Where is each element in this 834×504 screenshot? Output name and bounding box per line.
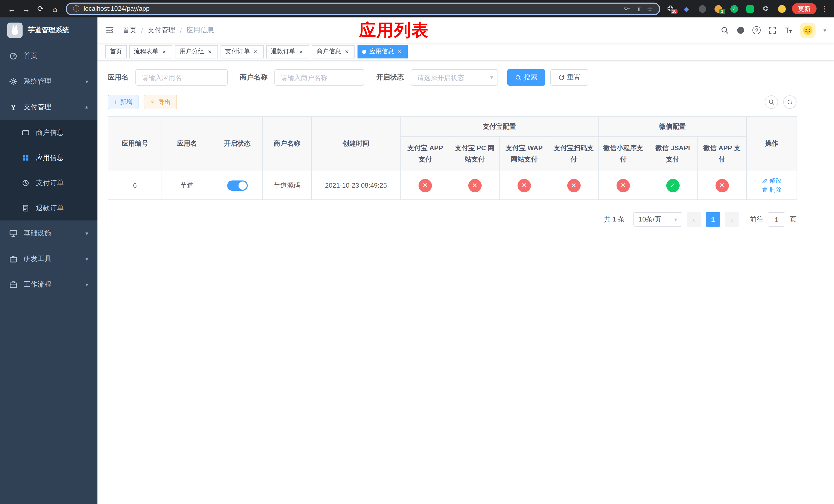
address-bar[interactable]: ⓘ localhost:1024/pay/app ⇧ ☆ (66, 2, 660, 15)
chevron-down-icon: ▾ (85, 256, 88, 262)
sidebar-item-payment[interactable]: ¥ 支付管理 ▾ (0, 94, 97, 120)
browser-menu-icon[interactable]: ⋮ (820, 4, 829, 13)
face-extension-icon[interactable] (775, 3, 788, 15)
breadcrumb-payment[interactable]: 支付管理 (148, 26, 175, 35)
close-icon[interactable]: × (160, 48, 168, 55)
font-size-icon[interactable] (785, 26, 793, 35)
profile-badge: 1 (719, 9, 725, 14)
sidebar-item-dev-tools[interactable]: 研发工具 ▾ (0, 246, 97, 272)
edit-link-label: 修改 (769, 176, 782, 185)
browser-reload-icon[interactable]: ⟳ (34, 2, 47, 15)
cell-status (212, 171, 262, 200)
export-button[interactable]: 导出 (144, 95, 177, 109)
current-page-button[interactable]: 1 (706, 212, 720, 227)
share-icon[interactable]: ⇧ (636, 5, 642, 13)
page-size-select[interactable]: 10条/页 ▾ (633, 212, 682, 227)
navbar-actions: ? ▾ (721, 23, 826, 38)
grid-icon (22, 154, 30, 161)
help-icon[interactable]: ? (753, 26, 761, 35)
site-info-icon[interactable]: ⓘ (73, 4, 80, 13)
sidebar-item-label: 应用信息 (36, 153, 64, 162)
sidebar-item-label: 支付订单 (36, 178, 64, 187)
sidebar-item-system[interactable]: 系统管理 ▾ (0, 69, 97, 94)
browser-toolbar: ← → ⟳ ⌂ ⓘ localhost:1024/pay/app ⇧ ☆ 10 … (0, 0, 834, 18)
close-icon[interactable]: × (396, 48, 403, 55)
gear-icon (9, 77, 18, 86)
sidebar-item-label: 基础设施 (24, 229, 51, 238)
close-icon[interactable]: × (252, 48, 259, 55)
alipay-wap-status-icon: ✕ (518, 179, 531, 192)
add-button[interactable]: + 新增 (108, 95, 138, 109)
extension-green-square-icon[interactable] (744, 3, 756, 15)
status-select[interactable] (411, 69, 498, 86)
sidebar-item-merchant-info[interactable]: 商户信息 (0, 120, 97, 145)
refresh-button[interactable] (783, 95, 796, 109)
chevron-down-icon: ▾ (85, 230, 88, 237)
tab-home[interactable]: 首页 (105, 45, 127, 58)
browser-update-button[interactable]: 更新 (792, 3, 816, 14)
sidebar-item-app-info[interactable]: 应用信息 (0, 145, 97, 170)
tab-label: 首页 (110, 47, 122, 56)
yen-icon: ¥ (9, 103, 18, 112)
search-button[interactable]: 搜索 (507, 69, 545, 86)
tabs-bar: 首页 流程表单 × 用户分组 × 支付订单 × 退款订单 × 商户信息 × 应用… (97, 43, 834, 61)
chevron-down-icon: ▾ (85, 78, 88, 85)
tab-app-info[interactable]: 应用信息 × (357, 45, 408, 58)
sidebar-item-workflow[interactable]: 工作流程 ▾ (0, 272, 97, 297)
wechat-jsapi-status-icon: ✓ (666, 179, 679, 192)
tab-label: 商户信息 (316, 47, 341, 56)
sidebar-item-infrastructure[interactable]: 基础设施 ▾ (0, 221, 97, 246)
tab-process-form[interactable]: 流程表单 × (129, 45, 172, 58)
pagination-total: 共 1 条 (604, 215, 625, 224)
col-header-app-name: 应用名 (162, 117, 212, 171)
extensions-puzzle-icon[interactable]: 10 (664, 3, 677, 15)
chevron-down-icon[interactable]: ▾ (824, 27, 826, 33)
bookmark-star-icon[interactable]: ☆ (647, 5, 653, 13)
extension-dark-circle-icon[interactable] (696, 3, 708, 15)
breadcrumb-home[interactable]: 首页 (123, 26, 136, 35)
wechat-mini-status-icon: ✕ (616, 179, 630, 192)
browser-back-icon[interactable]: ← (5, 2, 19, 15)
sidebar-item-refund-orders[interactable]: 退款订单 (0, 196, 97, 221)
password-key-icon[interactable] (624, 4, 631, 13)
extension-green-check-icon[interactable]: ✓ (728, 3, 740, 15)
tab-user-group[interactable]: 用户分组 × (175, 45, 218, 58)
prev-page-button[interactable]: ‹ (687, 212, 701, 227)
toggle-search-button[interactable] (765, 95, 778, 109)
status-toggle[interactable] (227, 180, 247, 190)
app-name-input[interactable] (135, 69, 227, 86)
delete-link[interactable]: 删除 (762, 185, 782, 194)
tab-merchant-info[interactable]: 商户信息 × (312, 45, 355, 58)
user-avatar[interactable] (800, 23, 816, 38)
extension-blue-diamond-icon[interactable]: ◆ (680, 3, 693, 15)
tab-pay-orders[interactable]: 支付订单 × (221, 45, 264, 58)
search-icon[interactable] (721, 26, 729, 35)
sidebar-item-home[interactable]: 首页 (0, 43, 97, 69)
next-page-button[interactable]: › (725, 212, 739, 227)
app-logo[interactable]: 芋道管理系统 (0, 18, 97, 43)
close-icon[interactable]: × (206, 48, 213, 55)
alipay-app-status-icon: ✕ (419, 179, 432, 192)
edit-link[interactable]: 修改 (762, 176, 782, 185)
pin-extension-icon[interactable] (760, 3, 772, 15)
browser-forward-icon[interactable]: → (20, 2, 33, 15)
github-icon[interactable] (737, 26, 745, 35)
merchant-name-input[interactable] (274, 69, 364, 86)
profile-extension-icon[interactable]: 1 (712, 3, 724, 15)
sidebar-collapse-icon[interactable] (105, 26, 114, 35)
col-header-wechat-mini: 微信小程序支付 (598, 137, 648, 171)
sidebar-item-pay-orders[interactable]: 支付订单 (0, 170, 97, 196)
browser-home-icon[interactable]: ⌂ (48, 2, 62, 15)
close-icon[interactable]: × (343, 48, 350, 55)
reset-button[interactable]: 重置 (550, 69, 588, 86)
close-icon[interactable]: × (298, 48, 305, 55)
fullscreen-icon[interactable] (769, 26, 777, 35)
page-title: 应用列表 (359, 19, 429, 42)
tab-refund-orders[interactable]: 退款订单 × (266, 45, 309, 58)
search-button-label: 搜索 (524, 73, 537, 82)
goto-page-input[interactable] (768, 212, 785, 227)
export-button-label: 导出 (158, 98, 171, 107)
sidebar-item-label: 工作流程 (24, 280, 51, 289)
col-header-actions: 操作 (747, 117, 797, 171)
page-size-value: 10条/页 (639, 215, 661, 224)
